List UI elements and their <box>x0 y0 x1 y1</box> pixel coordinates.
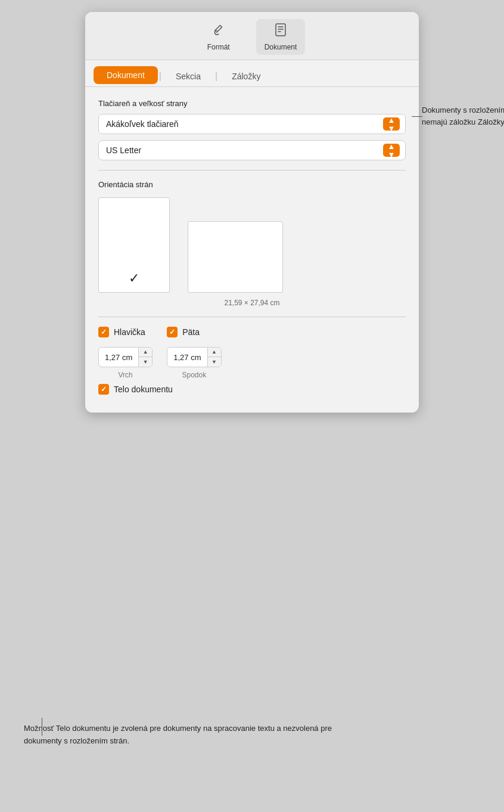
footer-spinner-value: 1,27 cm <box>167 350 207 365</box>
header-spinner-value: 1,27 cm <box>99 350 138 365</box>
header-checkbox[interactable]: ✓ <box>98 327 109 337</box>
tab-divider-2: | <box>214 71 219 82</box>
footer-spinner-buttons: ▲ ▼ <box>207 348 221 367</box>
header-col: ✓ Hlavička 1,27 cm ▲ ▼ Vrch <box>98 327 153 379</box>
tabs-bar: Dokument | Sekcia | Záložky <box>85 60 419 87</box>
body-checkbox[interactable]: ✓ <box>98 384 109 395</box>
tab-dokument[interactable]: Dokument <box>94 66 158 84</box>
tab-divider-1: | <box>158 71 163 82</box>
footer-col: ✓ Päta 1,27 cm ▲ ▼ Spodok <box>167 327 221 379</box>
dokument-toolbar-label: Dokument <box>265 43 297 51</box>
format-panel: Formát Dokument Dokument | Sekcia | <box>85 12 419 413</box>
paper-select-wrapper: US LetterA4A3 ▲ ▼ <box>98 140 406 160</box>
header-checkbox-row: ✓ Hlavička <box>98 327 153 337</box>
format-icon <box>211 23 226 41</box>
portrait-box: ✓ <box>98 197 170 293</box>
bottom-callout-wrapper: Možnosť Telo dokumentu je zvolená pre do… <box>12 718 346 748</box>
divider-1 <box>98 170 406 171</box>
divider-2 <box>98 317 406 317</box>
orientation-options: ✓ <box>98 197 406 293</box>
orientation-portrait[interactable]: ✓ <box>98 197 170 293</box>
header-label: Hlavička <box>114 327 145 337</box>
dimension-label: 21,59 × 27,94 cm <box>98 299 406 307</box>
footer-checkbox[interactable]: ✓ <box>167 327 178 337</box>
header-check-icon: ✓ <box>101 328 107 336</box>
header-spinner-up[interactable]: ▲ <box>139 348 152 357</box>
body-checkbox-row: ✓ Telo dokumentu <box>98 384 406 395</box>
body-label: Telo dokumentu <box>114 385 173 394</box>
printer-section-label: Tlačiareň a veľkosť strany <box>98 99 406 108</box>
header-spinner-buttons: ▲ ▼ <box>138 348 152 367</box>
header-spinner: 1,27 cm ▲ ▼ <box>98 347 153 367</box>
footer-sublabel: Spodok <box>167 371 221 379</box>
footer-spinner-down[interactable]: ▼ <box>208 357 221 367</box>
toolbar-format[interactable]: Formát <box>199 19 238 55</box>
orientation-landscape[interactable] <box>188 221 283 293</box>
dokument-icon <box>273 23 288 41</box>
header-spinner-row: 1,27 cm ▲ ▼ <box>98 347 153 367</box>
landscape-box <box>188 221 283 293</box>
footer-spinner: 1,27 cm ▲ ▼ <box>167 347 221 367</box>
format-label: Formát <box>207 43 230 51</box>
svg-rect-0 <box>276 24 285 36</box>
footer-checkbox-row: ✓ Päta <box>167 327 221 337</box>
header-footer-row: ✓ Hlavička 1,27 cm ▲ ▼ Vrch <box>98 327 406 379</box>
orientation-label: Orientácia strán <box>98 180 406 189</box>
footer-label: Päta <box>182 327 200 337</box>
printer-select-wrapper: Akákoľvek tlačiareň ▲ ▼ <box>98 114 406 134</box>
header-sublabel: Vrch <box>98 371 153 379</box>
tab-sekcia[interactable]: Sekcia <box>163 67 214 85</box>
footer-check-icon: ✓ <box>169 328 175 336</box>
toolbar: Formát Dokument <box>85 12 419 60</box>
footer-spinner-up[interactable]: ▲ <box>208 348 221 357</box>
printer-select[interactable]: Akákoľvek tlačiareň <box>98 114 406 134</box>
portrait-checkmark: ✓ <box>129 271 139 286</box>
toolbar-dokument[interactable]: Dokument <box>256 19 306 55</box>
panel-content: Tlačiareň a veľkosť strany Akákoľvek tla… <box>85 87 419 413</box>
header-spinner-down[interactable]: ▼ <box>139 357 152 367</box>
tab-zalozky[interactable]: Záložky <box>219 67 273 85</box>
callout-bottom: Možnosť Telo dokumentu je zvolená pre do… <box>12 718 346 748</box>
body-check-icon: ✓ <box>101 385 107 393</box>
callout-right: Dokumenty s rozložením strán nemajú zálo… <box>422 104 504 128</box>
callout-line-right <box>412 116 422 117</box>
callout-bottom-line <box>42 718 42 736</box>
footer-spinner-row: 1,27 cm ▲ ▼ <box>167 347 221 367</box>
paper-select[interactable]: US LetterA4A3 <box>98 140 406 160</box>
